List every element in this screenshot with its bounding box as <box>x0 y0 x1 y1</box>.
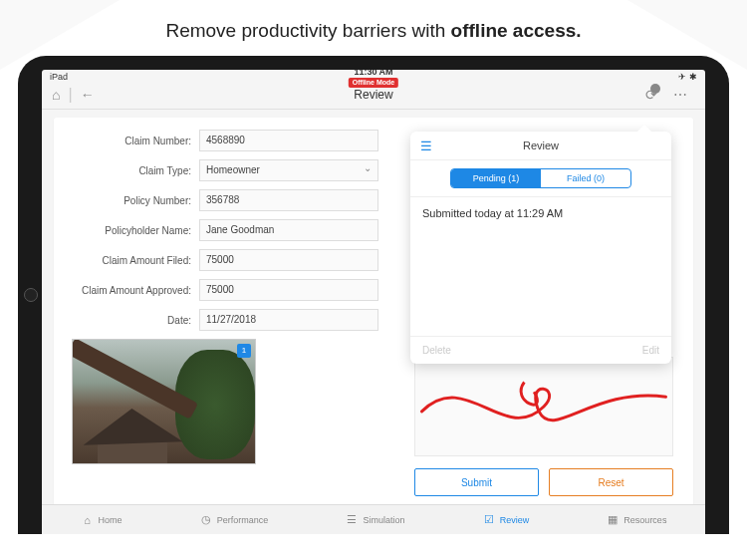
edit-action[interactable]: Edit <box>642 345 659 356</box>
home-tab-icon: ⌂ <box>81 513 95 527</box>
tab-home[interactable]: ⌂ Home <box>81 510 123 529</box>
page-title: Review <box>354 88 392 102</box>
gauge-icon: ◷ <box>199 513 213 527</box>
back-icon[interactable]: ← <box>81 87 95 103</box>
date-label: Date: <box>72 315 199 326</box>
amount-filed-label: Claim Amount Filed: <box>72 255 199 266</box>
policy-number-field[interactable]: 356788 <box>199 189 378 211</box>
reset-button[interactable]: Reset <box>549 468 673 496</box>
claim-number-field[interactable]: 4568890 <box>199 130 378 151</box>
tab-bar: ⌂ Home ◷ Performance ☰ Simulation ☑ Revi… <box>42 504 705 534</box>
status-icons: ✈︎ ✱ <box>678 72 697 82</box>
sync-icon[interactable]: ⟳ <box>645 87 657 103</box>
home-icon[interactable]: ⌂ <box>52 87 60 103</box>
sliders-icon: ☰ <box>345 513 359 527</box>
popover-title: Review <box>523 140 559 151</box>
claim-number-label: Claim Number: <box>72 136 199 146</box>
tab-pending[interactable]: Pending (1) <box>451 169 541 187</box>
photo-count-badge: 1 <box>237 344 251 358</box>
home-button-hw <box>24 288 38 302</box>
policy-number-label: Policy Number: <box>72 195 199 206</box>
policyholder-field[interactable]: Jane Goodman <box>199 219 378 241</box>
tablet-frame: iPad 11:30 AM Offline Mode ✈︎ ✱ ⌂ | ← Re… <box>18 56 729 534</box>
tab-review[interactable]: ☑ Review <box>482 510 530 529</box>
signature-pad[interactable] <box>414 357 673 456</box>
more-icon[interactable]: ⋯ <box>673 87 687 103</box>
claim-photo[interactable]: 1 <box>72 339 256 464</box>
nav-bar: ⌂ | ← Review ⟳ ⋯ <box>42 84 705 110</box>
submission-status: Submitted today at 11:29 AM <box>422 207 659 219</box>
amount-approved-field[interactable]: 75000 <box>199 279 378 301</box>
tab-resources[interactable]: ▦ Resources <box>606 510 666 529</box>
status-time: 11:30 AM <box>349 70 398 77</box>
screen: iPad 11:30 AM Offline Mode ✈︎ ✱ ⌂ | ← Re… <box>42 70 705 534</box>
tab-failed[interactable]: Failed (0) <box>541 169 630 187</box>
grid-icon: ▦ <box>606 513 620 527</box>
popover-menu-icon[interactable]: ☰ <box>420 139 432 153</box>
claim-type-label: Claim Type: <box>72 165 199 176</box>
review-popover: ☰ Review Pending (1) Failed (0) Submitte… <box>410 132 671 364</box>
claim-type-select[interactable]: Homeowner <box>199 159 378 181</box>
tab-simulation[interactable]: ☰ Simulation <box>345 510 404 529</box>
submit-button[interactable]: Submit <box>414 468 539 496</box>
delete-action[interactable]: Delete <box>422 345 451 356</box>
date-field[interactable]: 11/27/2018 <box>199 309 378 331</box>
amount-filed-field[interactable]: 75000 <box>199 249 378 271</box>
device-label: iPad <box>50 72 68 82</box>
segmented-control: Pending (1) Failed (0) <box>450 168 631 188</box>
tab-performance[interactable]: ◷ Performance <box>199 510 269 529</box>
policyholder-label: Policyholder Name: <box>72 225 199 236</box>
check-icon: ☑ <box>482 513 496 527</box>
status-bar: iPad 11:30 AM Offline Mode ✈︎ ✱ <box>42 70 705 84</box>
amount-approved-label: Claim Amount Approved: <box>72 285 199 296</box>
